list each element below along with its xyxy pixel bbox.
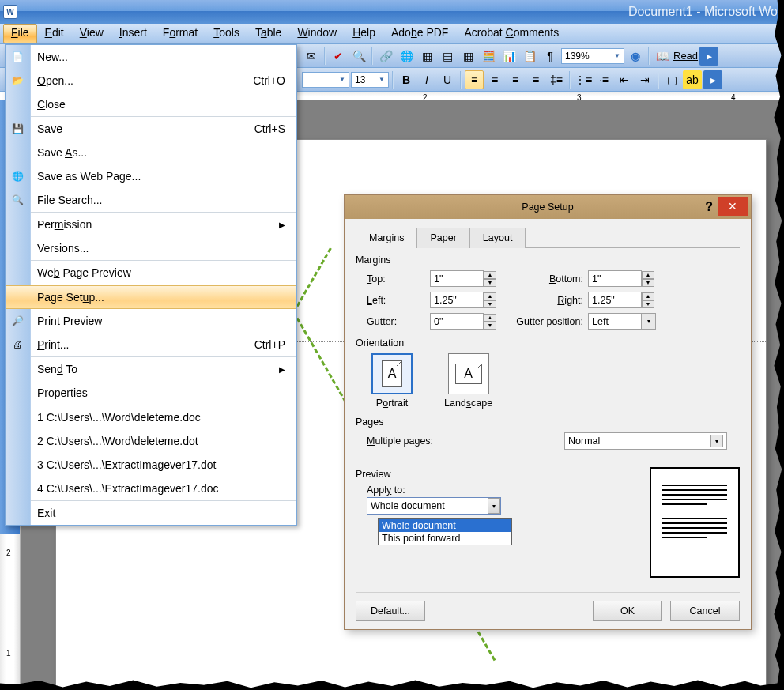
menu-table[interactable]: Table — [247, 24, 289, 43]
toolbar-btn[interactable]: ✉ — [302, 47, 321, 66]
menu-tools[interactable]: Tools — [205, 24, 247, 43]
menu-acrobat-comments[interactable]: Acrobat Comments — [456, 24, 567, 43]
menu-adobepdf[interactable]: Adobe PDF — [383, 24, 456, 43]
right-input[interactable]: ▲▼ — [588, 292, 667, 308]
tab-paper[interactable]: Paper — [416, 228, 469, 248]
left-input[interactable]: ▲▼ — [430, 292, 509, 308]
align-right-btn[interactable]: ≡ — [506, 70, 525, 89]
multiple-pages-label: Multiple pages: — [367, 435, 564, 447]
indent-btn[interactable]: ⇥ — [635, 70, 654, 89]
menu-edit[interactable]: Edit — [37, 24, 72, 43]
apply-to-option[interactable]: This point forward — [379, 532, 511, 545]
menuitem-exit[interactable]: Exit — [6, 501, 296, 525]
menuitem-versions[interactable]: Versions... — [6, 236, 296, 260]
outdent-btn[interactable]: ⇤ — [615, 70, 634, 89]
help-icon[interactable]: ◉ — [626, 47, 645, 66]
gutter-label: Gutter: — [367, 316, 430, 327]
bottom-input[interactable]: ▲▼ — [588, 270, 667, 287]
font-name-combo[interactable]: ▼ — [302, 72, 349, 88]
font-size-combo[interactable]: 13▼ — [351, 72, 389, 88]
toolbar-btn[interactable]: 🌐 — [397, 47, 416, 66]
menuitem-pagesetup[interactable]: Page Setup... — [6, 285, 296, 309]
toolbar-more[interactable]: ▸ — [703, 70, 722, 89]
tab-layout[interactable]: Layout — [469, 228, 526, 248]
highlight-btn[interactable]: ab — [683, 70, 702, 89]
orientation-landscape[interactable]: A — [448, 353, 489, 394]
ok-button[interactable]: OK — [593, 601, 662, 621]
menuitem-saveas[interactable]: Save As... — [6, 141, 296, 164]
numbering-btn[interactable]: ⋮≡ — [574, 70, 593, 89]
menu-format[interactable]: Format — [155, 24, 205, 43]
toolbar-btn[interactable]: ✔ — [329, 47, 348, 66]
borders-btn[interactable]: ▢ — [662, 70, 681, 89]
dialog-title: Page Setup — [522, 202, 573, 213]
italic-btn[interactable]: I — [417, 70, 436, 89]
gutter-input[interactable]: ▲▼ — [430, 313, 509, 330]
multiple-pages-combo[interactable]: Normal▾ — [564, 432, 727, 450]
dialog-titlebar[interactable]: Page Setup ? ✕ — [345, 195, 751, 219]
zoom-combo[interactable]: 139%▼ — [561, 48, 624, 64]
landscape-label: Landscape — [444, 398, 492, 409]
menu-file[interactable]: File — [3, 24, 37, 43]
menuitem-open[interactable]: 📂Open...Ctrl+O — [6, 69, 296, 92]
menuitem-permission[interactable]: Permission▶ — [6, 213, 296, 236]
menuitem-recent2[interactable]: 2 C:\Users\...\Word\deleteme.dot — [6, 429, 296, 453]
close-button[interactable]: ✕ — [718, 197, 748, 216]
left-label: Left: — [367, 295, 430, 306]
top-label: Top: — [367, 273, 430, 285]
titlebar: W Document1 - Microsoft Wo — [0, 0, 784, 24]
menuitem-webpagepreview[interactable]: Web Page Preview — [6, 261, 296, 285]
menuitem-recent1[interactable]: 1 C:\Users\...\Word\deleteme.doc — [6, 405, 296, 429]
pilcrow-btn[interactable]: ¶ — [541, 47, 560, 66]
align-center-btn[interactable]: ≡ — [485, 70, 504, 89]
menuitem-recent4[interactable]: 4 C:\Users\...\ExtractImagever17.doc — [6, 477, 296, 500]
menuitem-new[interactable]: 📄New... — [6, 45, 296, 69]
gutterpos-combo[interactable]: ▾ — [588, 313, 667, 330]
menuitem-close[interactable]: Close — [6, 92, 296, 116]
menubar: File Edit View Insert Format Tools Table… — [0, 24, 784, 44]
help-icon[interactable]: ? — [705, 200, 713, 214]
toolbar-btn[interactable]: ▤ — [438, 47, 457, 66]
menuitem-saveasweb[interactable]: 🌐Save as Web Page... — [6, 164, 296, 188]
right-label: Right: — [509, 295, 588, 306]
apply-to-label: Apply to: — [367, 485, 501, 496]
saveweb-icon: 🌐 — [10, 169, 24, 183]
underline-btn[interactable]: U — [438, 70, 457, 89]
toolbar-more[interactable]: ▸ — [699, 47, 718, 66]
line-spacing-btn[interactable]: ‡≡ — [547, 70, 566, 89]
toolbar-btn[interactable]: 📋 — [520, 47, 539, 66]
bullets-btn[interactable]: ∙≡ — [594, 70, 613, 89]
align-justify-btn[interactable]: ≡ — [526, 70, 545, 89]
menu-help[interactable]: Help — [345, 24, 383, 43]
menuitem-save[interactable]: 💾SaveCtrl+S — [6, 117, 296, 141]
menuitem-print[interactable]: 🖨Print...Ctrl+P — [6, 333, 296, 356]
file-menu-dropdown: 📄New... 📂Open...Ctrl+O Close 💾SaveCtrl+S… — [5, 44, 297, 526]
toolbar-btn[interactable]: 🔍 — [349, 47, 368, 66]
top-input[interactable]: ▲▼ — [430, 270, 509, 287]
cancel-button[interactable]: Cancel — [670, 601, 740, 621]
toolbar-btn[interactable]: 🧮 — [479, 47, 498, 66]
tab-margins[interactable]: Margins — [356, 228, 417, 248]
apply-to-option[interactable]: Whole document — [379, 519, 511, 532]
menuitem-filesearch[interactable]: 🔍File Search... — [6, 188, 296, 212]
apply-to-combo[interactable]: Whole document▾ — [367, 497, 501, 515]
orientation-portrait[interactable]: A — [371, 353, 413, 394]
menuitem-sendto[interactable]: Send To▶ — [6, 357, 296, 381]
menu-window[interactable]: Window — [289, 24, 345, 43]
print-icon: 🖨 — [10, 337, 24, 352]
read-icon[interactable]: 📖 — [653, 47, 672, 66]
toolbar-btn[interactable]: ▦ — [417, 47, 436, 66]
toolbar-btn[interactable]: 🔗 — [376, 47, 395, 66]
menuitem-printpreview[interactable]: 🔎Print Preview — [6, 309, 296, 333]
menu-view[interactable]: View — [72, 24, 111, 43]
read-label[interactable]: Read — [673, 50, 698, 62]
menuitem-properties[interactable]: Properties — [6, 381, 296, 405]
align-left-btn[interactable]: ≡ — [465, 70, 484, 89]
menu-insert[interactable]: Insert — [111, 24, 155, 43]
bold-btn[interactable]: B — [397, 70, 416, 89]
ruler-tick: 1 — [6, 649, 11, 658]
toolbar-btn[interactable]: ▦ — [458, 47, 477, 66]
toolbar-btn[interactable]: 📊 — [499, 47, 518, 66]
default-button[interactable]: Default... — [356, 601, 425, 621]
menuitem-recent3[interactable]: 3 C:\Users\...\ExtractImagever17.dot — [6, 453, 296, 477]
